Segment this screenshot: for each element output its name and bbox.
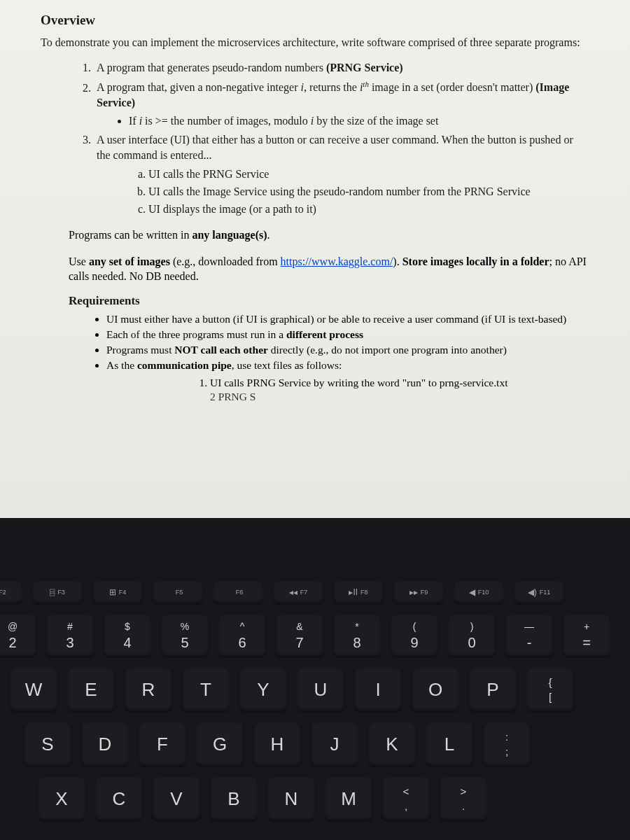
- key-9[interactable]: (9: [391, 615, 438, 657]
- key-f3[interactable]: ⌸F3: [32, 581, 83, 603]
- key-w[interactable]: W: [10, 668, 57, 711]
- key-f9[interactable]: ▸▸F9: [393, 581, 444, 603]
- number-row: @2#3$4%5^6&7*8(9)0—-+=: [0, 615, 630, 657]
- key-8[interactable]: *8: [333, 615, 381, 657]
- item-1: A program that generates pseudo-random n…: [94, 60, 589, 76]
- key-4[interactable]: $4: [104, 615, 151, 657]
- key-0[interactable]: )0: [448, 615, 496, 657]
- key-6[interactable]: ^6: [218, 615, 266, 657]
- req-3: Programs must NOT call each other direct…: [106, 343, 589, 357]
- key-n[interactable]: N: [267, 777, 315, 820]
- key-f[interactable]: F: [139, 722, 186, 766]
- key-semicolon[interactable]: :;: [483, 722, 531, 766]
- key-f7[interactable]: ◂◂F7: [273, 581, 323, 603]
- key-h[interactable]: H: [253, 722, 301, 766]
- document-page: Overview To demonstrate you can implemen…: [0, 0, 630, 518]
- step-b: UI calls the Image Service using the pse…: [148, 184, 589, 200]
- req-4: As the communication pipe, use text file…: [106, 358, 589, 403]
- key-f10[interactable]: ◀F10: [454, 581, 504, 603]
- asdf-row: SDFGHJKL:;: [17, 722, 630, 766]
- step-a: UI calls the PRNG Service: [148, 167, 589, 182]
- key-i[interactable]: I: [354, 668, 402, 711]
- images-note: Use any set of images (e.g., downloaded …: [69, 254, 589, 284]
- key-f4[interactable]: ⊞F4: [92, 581, 143, 603]
- key-g[interactable]: G: [196, 722, 244, 766]
- intro-paragraph: To demonstrate you can implement the mic…: [41, 35, 589, 50]
- key-j[interactable]: J: [311, 722, 358, 766]
- key--[interactable]: —-: [505, 615, 553, 657]
- step-c: UI displays the image (or a path to it): [148, 202, 589, 217]
- qwerty-row: WERTYUIOP{[: [3, 668, 630, 711]
- keyboard: ☼F2⌸F3⊞F4F5F6◂◂F7▸IIF8▸▸F9◀F10◀)F11 @2#3…: [0, 518, 630, 840]
- key-e[interactable]: E: [67, 668, 115, 711]
- key-bracket-left[interactable]: {[: [526, 668, 574, 711]
- key-v[interactable]: V: [153, 777, 200, 820]
- item-2-sub: If i is >= the number of images, modulo …: [129, 113, 589, 129]
- overview-heading: Overview: [41, 13, 589, 28]
- key-2[interactable]: @2: [0, 615, 36, 657]
- key-comma[interactable]: <,: [382, 777, 430, 820]
- key-5[interactable]: %5: [161, 615, 209, 657]
- key-p[interactable]: P: [469, 668, 517, 711]
- item-3-steps: UI calls the PRNG Service UI calls the I…: [148, 167, 589, 216]
- key-period[interactable]: >.: [440, 777, 487, 820]
- key-f2[interactable]: ☼F2: [0, 581, 22, 603]
- key-s[interactable]: S: [24, 722, 71, 766]
- key-r[interactable]: R: [125, 668, 172, 711]
- key-=[interactable]: +=: [563, 615, 610, 657]
- zxcv-row: XCVBNM<,>.: [31, 777, 630, 820]
- key-d[interactable]: D: [81, 722, 129, 766]
- kaggle-link[interactable]: https://www.kaggle.com/: [281, 255, 393, 267]
- key-o[interactable]: O: [412, 668, 459, 711]
- requirements-list: UI must either have a button (if UI is g…: [106, 312, 589, 404]
- comm-2-cutoff: 2 PRNG S: [210, 390, 589, 404]
- key-f6[interactable]: F6: [213, 581, 263, 603]
- key-f11[interactable]: ◀)F11: [514, 581, 564, 603]
- key-f5[interactable]: F5: [153, 581, 203, 603]
- key-b[interactable]: B: [210, 777, 258, 820]
- key-3[interactable]: #3: [46, 615, 94, 657]
- key-m[interactable]: M: [325, 777, 372, 820]
- item-2: A program that, given a non-negative int…: [94, 79, 589, 128]
- key-u[interactable]: U: [297, 668, 344, 711]
- key-7[interactable]: &7: [276, 615, 323, 657]
- comm-1: UI calls PRNG Service by writing the wor…: [210, 376, 589, 390]
- key-x[interactable]: X: [38, 777, 85, 820]
- requirements-heading: Requirements: [69, 294, 589, 308]
- item-3: A user interface (UI) that either has a …: [94, 132, 589, 216]
- key-c[interactable]: C: [95, 777, 143, 820]
- key-l[interactable]: L: [426, 722, 473, 766]
- function-row: ☼F2⌸F3⊞F4F5F6◂◂F7▸IIF8▸▸F9◀F10◀)F11: [0, 581, 630, 603]
- language-note: Programs can be written in any language(…: [69, 227, 589, 243]
- main-list: A program that generates pseudo-random n…: [94, 60, 589, 217]
- key-f8[interactable]: ▸IIF8: [333, 581, 384, 603]
- req-2: Each of the three programs must run in a…: [106, 328, 589, 342]
- key-y[interactable]: Y: [239, 668, 287, 711]
- req-1: UI must either have a button (if UI is g…: [106, 312, 589, 326]
- key-k[interactable]: K: [368, 722, 416, 766]
- communication-steps: UI calls PRNG Service by writing the wor…: [210, 376, 589, 390]
- key-t[interactable]: T: [182, 668, 230, 711]
